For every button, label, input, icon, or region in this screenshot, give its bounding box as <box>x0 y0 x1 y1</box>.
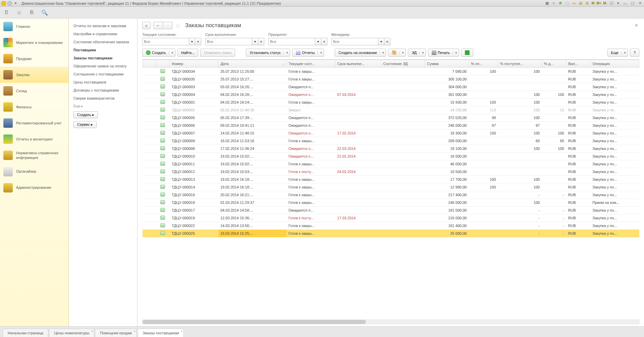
nav-item-5[interactable]: Финансы <box>0 99 68 115</box>
tb-icon-6[interactable]: ▤ <box>578 1 583 6</box>
filter-clear-f2[interactable]: × <box>258 38 264 45</box>
forward-button[interactable]: → <box>163 22 172 29</box>
home-button[interactable]: ⌂ <box>142 22 151 29</box>
page-close-button[interactable]: × <box>634 22 639 29</box>
nav-item-4[interactable]: Склад <box>0 83 68 99</box>
table-row[interactable]: ТДЦУ-000001 04.02.2014 18:24:... Готов к… <box>143 99 639 106</box>
subnav-item-4[interactable]: Заказы поставщикам <box>69 54 137 62</box>
clipboard-icon[interactable]: ⎘ <box>29 9 35 15</box>
subnav-service-button[interactable]: Сервис ▸ <box>73 121 97 128</box>
minimize-button[interactable]: — <box>623 1 628 6</box>
table-row[interactable]: ТДЦУ-000010 19.02.2014 15:02:... Ожидает… <box>143 153 639 160</box>
print-button[interactable]: Печать▼ <box>428 49 459 57</box>
subnav-create-button[interactable]: Создать ▸ <box>73 111 98 118</box>
ed-button[interactable]: ЭД▼ <box>408 49 426 57</box>
maximize-button[interactable]: ▢ <box>630 1 635 6</box>
close-button[interactable]: ✕ <box>637 1 643 6</box>
nav-item-3[interactable]: Закупки <box>0 67 68 83</box>
column-header-3[interactable]: Дата <box>218 60 286 68</box>
column-header-5[interactable]: Срок выполне... <box>335 60 381 68</box>
subnav-item-1[interactable]: Настройки и справочники <box>69 30 137 38</box>
table-row[interactable]: ТДЦУ-000011 19.02.2014 15:02:... Готов к… <box>143 160 639 168</box>
nav-item-7[interactable]: Отчеты и мониторинг <box>0 131 68 147</box>
table-row[interactable]: ТДЦУ-000035 25.07.2013 15:27:... Готов к… <box>143 75 639 83</box>
tab-3[interactable]: Заказы поставщикам× <box>138 329 184 337</box>
nav-item-6[interactable]: Регламентированный учет <box>0 115 68 131</box>
table-row[interactable]: ТДЦУ-000018 01.03.2014 11:29:37 Готов к … <box>143 199 639 207</box>
nav-item-1[interactable]: Маркетинг и планирование <box>0 35 68 51</box>
filter-clear-f3[interactable]: × <box>321 38 327 45</box>
subnav-item-2[interactable]: Состояние обеспечения заказов <box>69 38 137 46</box>
table-row[interactable]: ТДЦУ-000005 05.02.2014 17:39:... Ожидает… <box>143 114 639 122</box>
m-label[interactable]: M <box>592 1 594 5</box>
filter-input-f2[interactable] <box>205 38 252 45</box>
info-icon[interactable]: ⓘ <box>609 1 614 6</box>
column-header-9[interactable]: % поступле... <box>498 60 542 68</box>
favorite-star-icon[interactable]: ☆ <box>175 22 180 29</box>
filter-dropdown-f2[interactable]: ▼ <box>252 38 258 45</box>
attach-button[interactable]: 📎▼ <box>388 49 406 57</box>
create-button[interactable]: Создать▼ <box>142 49 175 57</box>
table-row[interactable]: ТДЦУ-000007 14.02.2014 11:48:15 Ожидаетс… <box>143 129 639 137</box>
tb-icon-3[interactable]: ❋ <box>558 1 563 6</box>
horizontal-scrollbar[interactable] <box>142 320 639 324</box>
table-row[interactable]: ТДЦУ-000002 05.02.2014 11:40:30 Закрыт 1… <box>143 106 639 114</box>
column-header-12[interactable]: Операция <box>590 60 639 68</box>
table-row[interactable]: ТДЦУ-000019 12.03.2014 15:36:... Готов к… <box>143 214 639 222</box>
nav-item-0[interactable]: Главное <box>0 18 68 35</box>
column-header-7[interactable]: Сумма <box>425 60 469 68</box>
table-row[interactable]: ТДЦУ-000016 20.02.2014 16:21:... Готов к… <box>143 191 639 199</box>
nav-item-2[interactable]: Продажи <box>0 51 68 67</box>
filter-dropdown-f1[interactable]: ▼ <box>189 38 195 45</box>
filter-dropdown-f4[interactable]: ▼ <box>378 38 384 45</box>
tb-icon-1[interactable]: ▦ <box>545 1 549 6</box>
chevron-down-icon[interactable]: ▾ <box>13 1 18 6</box>
nav-item-10[interactable]: Администрирование <box>0 180 68 196</box>
column-header-2[interactable]: Номер <box>170 60 218 68</box>
tb-icon-4[interactable]: ⬚ <box>565 1 570 6</box>
filter-input-f3[interactable] <box>268 38 315 45</box>
more-button[interactable]: Еще▼ <box>607 49 628 57</box>
tb-icon-5[interactable]: ▭ <box>572 1 576 6</box>
tab-close-icon[interactable]: × <box>181 330 182 333</box>
table-row[interactable]: ТДЦУ-000022 14.03.2014 13:56:... Готов к… <box>143 222 639 230</box>
column-header-4[interactable]: Текущее сост... <box>286 60 335 68</box>
table-row[interactable]: ТДЦУ-000004 04.02.2014 16:28:... Ожидает… <box>143 91 639 99</box>
subnav-item-6[interactable]: Соглашения с поставщиками <box>69 70 137 78</box>
dropdown-icon[interactable] <box>7 1 12 6</box>
subnav-item-3[interactable]: Поставщики <box>69 46 137 54</box>
excel-button[interactable] <box>461 49 473 57</box>
subnav-item-8[interactable]: Договоры с поставщиками <box>69 86 137 94</box>
tb-icon-2[interactable]: ☆ <box>551 1 556 6</box>
cancel-search-button[interactable]: Отменить поиск <box>200 49 235 57</box>
subnav-item-7[interactable]: Цены поставщиков <box>69 78 137 86</box>
filter-clear-f1[interactable]: × <box>195 38 201 45</box>
subnav-item-5[interactable]: Оформление заявок на оплату <box>69 62 137 70</box>
m-minus-label[interactable]: M- <box>603 1 607 5</box>
tab-0[interactable]: Начальная страница <box>3 329 48 337</box>
back-button[interactable]: ← <box>153 22 163 29</box>
column-header-11[interactable]: Вал... <box>566 60 591 68</box>
filter-dropdown-f3[interactable]: ▼ <box>315 38 321 45</box>
nav-item-9[interactable]: Органайзер <box>0 164 68 180</box>
table-row[interactable]: ТДЦУ-000014 19.02.2014 16:18:... Готов к… <box>143 183 639 191</box>
search-icon[interactable]: 🔍 <box>42 9 48 15</box>
column-header-6[interactable]: Состояние ЭД <box>381 60 425 68</box>
filter-clear-f4[interactable]: × <box>384 38 390 45</box>
m-plus-label[interactable]: M+ <box>596 1 601 5</box>
table-row[interactable]: ТДЦУ-000034 25.07.2013 11:25:00 Готов к … <box>143 68 639 75</box>
column-header-0[interactable] <box>143 60 156 68</box>
apps-icon[interactable]: ⠿ <box>3 9 9 15</box>
star-icon[interactable]: ☆ <box>16 9 22 15</box>
filter-input-f1[interactable] <box>142 38 189 45</box>
subnav-item-0[interactable]: Отчеты по запасам и закупкам <box>69 22 137 30</box>
help-button[interactable]: ? <box>630 49 639 57</box>
table-row[interactable]: ТДЦУ-000006 09.02.2014 10:41:11 Ожидаетс… <box>143 122 639 129</box>
tb-dd[interactable]: ▾ <box>616 1 621 6</box>
tab-close-icon[interactable]: × <box>91 330 93 333</box>
filter-input-f4[interactable] <box>331 38 378 45</box>
column-header-10[interactable]: % д... <box>542 60 566 68</box>
tb-icon-7[interactable]: ⊞ <box>585 1 590 6</box>
table-row[interactable]: ТДЦУ-000013 19.02.2014 16:18:... Готов к… <box>143 176 639 183</box>
reports-button[interactable]: Отчеты▼ <box>292 49 324 57</box>
